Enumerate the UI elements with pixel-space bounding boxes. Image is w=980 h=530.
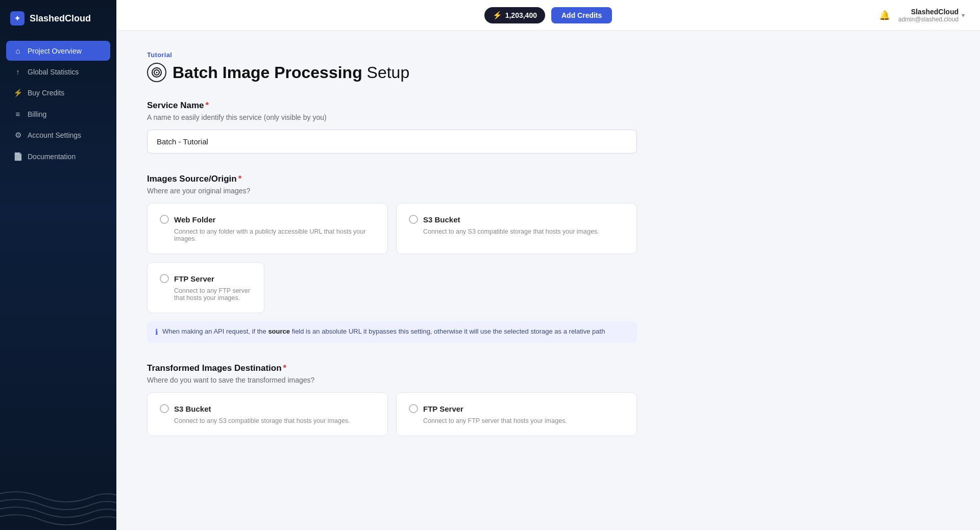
sidebar-item-account-settings[interactable]: ⚙ Account Settings bbox=[6, 125, 110, 145]
sidebar-item-label: Project Overview bbox=[28, 47, 82, 55]
service-name-description: A name to easily identify this service (… bbox=[147, 113, 949, 121]
header-center: ⚡ 1,203,400 Add Credits bbox=[484, 7, 612, 23]
images-source-section: Images Source/Origin* Where are your ori… bbox=[147, 174, 949, 343]
dest-ftp-label: FTP Server bbox=[423, 405, 463, 413]
page-heading: Batch Image Processing Setup bbox=[173, 63, 409, 82]
radio-circle-dest-ftp bbox=[409, 404, 418, 413]
user-menu[interactable]: SlashedCloud admin@slashed.cloud ▾ bbox=[898, 8, 965, 23]
page-heading-light: Setup bbox=[362, 63, 410, 82]
source-info-note: ℹ When making an API request, if the sou… bbox=[147, 321, 637, 343]
radio-circle-dest-s3 bbox=[160, 404, 169, 413]
s3-bucket-label: S3 Bucket bbox=[423, 215, 460, 224]
credits-badge: ⚡ 1,203,400 bbox=[484, 7, 545, 23]
chevron-down-icon: ▾ bbox=[962, 12, 965, 19]
destination-option-ftp-server[interactable]: FTP Server Connect to any FTP server tha… bbox=[396, 392, 637, 436]
service-name-section: Service Name* A name to easily identify … bbox=[147, 100, 949, 154]
required-indicator: * bbox=[206, 100, 209, 110]
sidebar-logo: ✦ SlashedCloud bbox=[0, 0, 116, 41]
sidebar: ✦ SlashedCloud ⌂ Project Overview ↑ Glob… bbox=[0, 0, 116, 530]
dest-s3-label: S3 Bucket bbox=[174, 405, 211, 413]
sidebar-item-label: Global Statistics bbox=[28, 68, 79, 76]
add-credits-button[interactable]: Add Credits bbox=[551, 7, 612, 23]
sidebar-item-label: Buy Credits bbox=[28, 89, 64, 97]
sidebar-item-billing[interactable]: ≡ Billing bbox=[6, 104, 110, 124]
images-source-description: Where are your original images? bbox=[147, 187, 949, 195]
svg-point-2 bbox=[156, 72, 158, 73]
radio-circle-ftp-server bbox=[160, 274, 169, 283]
page-heading-bold: Batch Image Processing bbox=[173, 63, 362, 82]
transformed-destination-title: Transformed Images Destination* bbox=[147, 363, 949, 373]
radio-circle-web-folder bbox=[160, 215, 169, 224]
required-indicator: * bbox=[283, 363, 287, 373]
bolt-icon: ⚡ bbox=[13, 88, 22, 97]
sidebar-item-label: Account Settings bbox=[28, 131, 81, 139]
source-option-s3-bucket[interactable]: S3 Bucket Connect to any S3 compatible s… bbox=[396, 203, 637, 254]
service-name-title: Service Name* bbox=[147, 100, 949, 111]
source-options-grid-2: FTP Server Connect to any FTP server tha… bbox=[147, 262, 390, 313]
destination-option-s3-bucket[interactable]: S3 Bucket Connect to any S3 compatible s… bbox=[147, 392, 388, 436]
tutorial-label: Tutorial bbox=[147, 51, 949, 59]
chart-icon: ↑ bbox=[13, 67, 22, 76]
notification-bell-icon[interactable]: 🔔 bbox=[879, 10, 890, 21]
header-right: 🔔 SlashedCloud admin@slashed.cloud ▾ bbox=[879, 8, 965, 23]
source-options-grid: Web Folder Connect to any folder with a … bbox=[147, 203, 637, 254]
gear-icon: ⚙ bbox=[13, 131, 22, 140]
source-option-web-folder[interactable]: Web Folder Connect to any folder with a … bbox=[147, 203, 388, 254]
header: ⚡ 1,203,400 Add Credits 🔔 SlashedCloud a… bbox=[116, 0, 980, 31]
info-icon: ℹ bbox=[155, 327, 158, 337]
sidebar-decoration bbox=[0, 469, 116, 530]
transformed-destination-description: Where do you want to save the transforme… bbox=[147, 376, 949, 384]
credits-amount: 1,203,400 bbox=[505, 11, 537, 19]
required-indicator: * bbox=[238, 174, 242, 184]
page-content: Tutorial Batch Image Processing Setup Se… bbox=[116, 31, 980, 530]
user-text: SlashedCloud admin@slashed.cloud bbox=[898, 8, 959, 23]
destination-options-grid: S3 Bucket Connect to any S3 compatible s… bbox=[147, 392, 637, 436]
ftp-server-desc: Connect to any FTP server that hosts you… bbox=[160, 287, 252, 301]
logo-text: SlashedCloud bbox=[30, 13, 91, 24]
sidebar-item-buy-credits[interactable]: ⚡ Buy Credits bbox=[6, 83, 110, 103]
sidebar-item-documentation[interactable]: 📄 Documentation bbox=[6, 146, 110, 167]
user-name: SlashedCloud bbox=[911, 8, 959, 16]
web-folder-desc: Connect to any folder with a publicly ac… bbox=[160, 228, 375, 242]
user-email: admin@slashed.cloud bbox=[898, 16, 959, 23]
logo-icon: ✦ bbox=[10, 11, 24, 26]
service-name-input[interactable] bbox=[147, 130, 637, 154]
dest-ftp-desc: Connect to any FTP server that hosts you… bbox=[409, 417, 567, 424]
images-source-title: Images Source/Origin* bbox=[147, 174, 949, 184]
web-folder-label: Web Folder bbox=[174, 215, 215, 224]
bolt-icon: ⚡ bbox=[493, 11, 502, 20]
doc-icon: 📄 bbox=[13, 152, 22, 161]
main-area: ⚡ 1,203,400 Add Credits 🔔 SlashedCloud a… bbox=[116, 0, 980, 530]
sidebar-item-label: Documentation bbox=[28, 153, 76, 161]
sidebar-item-label: Billing bbox=[28, 110, 46, 118]
sidebar-item-project-overview[interactable]: ⌂ Project Overview bbox=[6, 41, 110, 61]
home-icon: ⌂ bbox=[13, 46, 22, 55]
radio-circle-s3-bucket bbox=[409, 215, 418, 224]
page-title: Batch Image Processing Setup bbox=[147, 63, 949, 82]
info-note-text: When making an API request, if the sourc… bbox=[162, 327, 605, 335]
source-option-ftp-server[interactable]: FTP Server Connect to any FTP server tha… bbox=[147, 262, 264, 313]
dest-s3-desc: Connect to any S3 compatible storage tha… bbox=[160, 417, 350, 424]
transformed-destination-section: Transformed Images Destination* Where do… bbox=[147, 363, 949, 436]
sidebar-navigation: ⌂ Project Overview ↑ Global Statistics ⚡… bbox=[0, 41, 116, 530]
sidebar-item-global-statistics[interactable]: ↑ Global Statistics bbox=[6, 62, 110, 82]
ftp-server-label: FTP Server bbox=[174, 274, 214, 283]
page-title-icon bbox=[147, 63, 166, 82]
s3-bucket-desc: Connect to any S3 compatible storage tha… bbox=[409, 228, 599, 235]
billing-icon: ≡ bbox=[13, 110, 22, 118]
